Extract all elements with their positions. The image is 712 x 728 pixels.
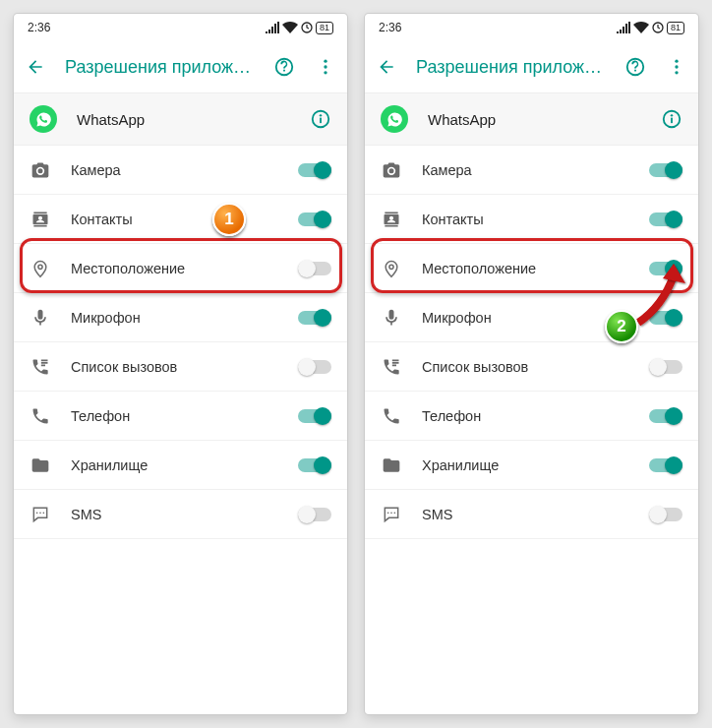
permission-toggle-location[interactable] xyxy=(649,259,682,278)
permission-toggle-storage[interactable] xyxy=(649,455,682,475)
mic-icon xyxy=(381,307,402,329)
status-icons: 81 xyxy=(266,22,333,34)
back-arrow-icon xyxy=(377,57,396,77)
phone-screen-2: 2:36 81 Разрешения приложе… WhatsApp Кам… xyxy=(365,14,698,714)
permission-toggle-mic[interactable] xyxy=(649,308,682,328)
back-button[interactable] xyxy=(375,55,398,79)
permission-label: Местоположение xyxy=(71,261,278,276)
step-badge-2: 2 xyxy=(605,310,638,343)
permission-row-contacts: Контакты xyxy=(365,195,698,244)
permission-toggle-calllog[interactable] xyxy=(298,357,331,377)
app-info-button[interactable] xyxy=(661,108,682,130)
sms-icon xyxy=(381,504,402,525)
permission-toggle-contacts[interactable] xyxy=(649,210,682,229)
svg-point-22 xyxy=(390,512,392,514)
permission-label: Телефон xyxy=(71,408,278,424)
permission-row-calllog: Список вызовов xyxy=(365,342,698,392)
app-bar: Разрешения приложе… xyxy=(365,41,698,92)
permission-row-mic: Микрофон xyxy=(14,293,347,342)
permission-row-mic: Микрофон xyxy=(365,293,698,342)
permission-toggle-phone[interactable] xyxy=(649,406,682,426)
permission-label: Камера xyxy=(422,162,629,178)
svg-point-3 xyxy=(324,65,326,68)
camera-icon xyxy=(381,159,402,181)
permission-label: Камера xyxy=(71,162,278,178)
svg-point-21 xyxy=(387,512,389,514)
permission-toggle-location[interactable] xyxy=(298,259,331,278)
contacts-icon xyxy=(381,209,402,230)
phone-screen-1: 2:36 81 Разрешения приложе… WhatsApp Кам… xyxy=(14,14,347,714)
battery-indicator: 81 xyxy=(667,22,684,34)
status-icons: 81 xyxy=(617,22,684,34)
app-bar: Разрешения приложе… xyxy=(14,41,347,92)
page-title: Разрешения приложе… xyxy=(65,57,255,78)
contacts-icon xyxy=(30,209,51,230)
help-icon xyxy=(624,56,646,78)
permission-row-location: Местоположение xyxy=(365,244,698,293)
svg-point-14 xyxy=(675,60,678,63)
permission-row-camera: Камера xyxy=(365,146,698,195)
permission-label: Список вызовов xyxy=(71,359,278,375)
permission-toggle-calllog[interactable] xyxy=(649,357,682,377)
svg-point-23 xyxy=(394,512,396,514)
phone-icon xyxy=(381,405,402,427)
svg-point-18 xyxy=(671,114,673,116)
wifi-icon xyxy=(633,22,649,33)
permission-label: Контакты xyxy=(71,212,278,227)
permission-label: Телефон xyxy=(422,408,629,424)
permission-toggle-sms[interactable] xyxy=(649,505,682,524)
status-time: 2:36 xyxy=(28,21,50,34)
more-vert-icon xyxy=(667,57,686,77)
wifi-icon xyxy=(282,22,298,33)
storage-icon xyxy=(381,455,402,476)
svg-point-8 xyxy=(38,265,42,269)
more-button[interactable] xyxy=(314,55,337,79)
back-button[interactable] xyxy=(24,55,47,79)
camera-icon xyxy=(30,159,51,181)
info-icon xyxy=(310,108,331,130)
svg-rect-19 xyxy=(671,118,673,124)
status-time: 2:36 xyxy=(379,21,401,34)
permission-row-location: Местоположение xyxy=(14,244,347,293)
more-vert-icon xyxy=(316,57,335,77)
location-icon xyxy=(381,258,402,279)
help-button[interactable] xyxy=(272,55,296,79)
permission-label: SMS xyxy=(71,507,278,522)
permissions-list-1: КамераКонтактыМестоположениеМикрофонСпис… xyxy=(14,146,347,539)
status-bar: 2:36 81 xyxy=(14,14,347,41)
permission-row-phone: Телефон xyxy=(14,392,347,441)
back-arrow-icon xyxy=(26,57,45,77)
app-header: WhatsApp xyxy=(365,92,698,146)
signal-icon xyxy=(266,22,279,33)
permission-toggle-storage[interactable] xyxy=(298,455,331,475)
location-icon xyxy=(30,258,51,279)
help-button[interactable] xyxy=(623,55,647,79)
orientation-lock-icon xyxy=(652,22,664,33)
permission-toggle-camera[interactable] xyxy=(649,160,682,180)
orientation-lock-icon xyxy=(301,22,313,33)
permission-toggle-sms[interactable] xyxy=(298,505,331,524)
svg-point-9 xyxy=(36,512,38,514)
more-button[interactable] xyxy=(665,55,688,79)
svg-point-11 xyxy=(43,512,45,514)
signal-icon xyxy=(617,22,630,33)
page-title: Разрешения приложе… xyxy=(416,57,606,78)
svg-point-4 xyxy=(324,71,326,74)
storage-icon xyxy=(30,455,51,476)
status-bar: 2:36 81 xyxy=(365,14,698,41)
permission-label: Список вызовов xyxy=(422,359,629,375)
permission-toggle-mic[interactable] xyxy=(298,308,331,328)
app-name: WhatsApp xyxy=(77,111,290,128)
permission-toggle-contacts[interactable] xyxy=(298,210,331,229)
permission-label: Хранилище xyxy=(71,457,278,473)
permission-label: SMS xyxy=(422,507,629,522)
info-icon xyxy=(661,108,682,130)
permission-toggle-phone[interactable] xyxy=(298,406,331,426)
permission-toggle-camera[interactable] xyxy=(298,160,331,180)
app-info-button[interactable] xyxy=(310,108,331,130)
svg-point-16 xyxy=(675,71,678,74)
permission-row-phone: Телефон xyxy=(365,392,698,441)
step-badge-1: 1 xyxy=(212,203,246,236)
permission-row-camera: Камера xyxy=(14,146,347,195)
app-name: WhatsApp xyxy=(428,111,641,128)
